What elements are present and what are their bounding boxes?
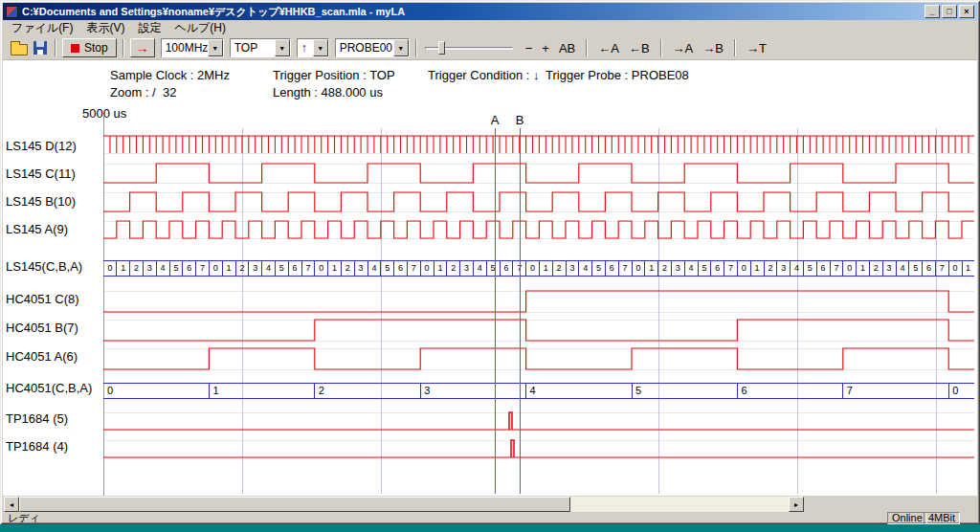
bus-value: 0 — [953, 263, 958, 273]
sample-clock-value: 100MHz — [166, 41, 208, 55]
chevron-down-icon[interactable]: ▼ — [208, 39, 223, 56]
bus-value: 1 — [332, 263, 337, 273]
trigger-position-value: TOP — [234, 41, 275, 55]
window-title: C:¥Documents and Settings¥noname¥デスクトップ¥… — [22, 5, 924, 19]
bus-value: 7 — [412, 263, 416, 273]
bus-value: 7 — [728, 263, 733, 273]
run-button[interactable]: → — [130, 38, 155, 57]
bus-value: 5 — [635, 385, 641, 396]
menu-settings[interactable]: 設定 — [131, 21, 167, 35]
bus-value: 3 — [147, 263, 152, 273]
waveform-canvas[interactable]: 0123456701234567012345670123456701234567… — [103, 115, 974, 496]
bus-value: 4 — [900, 263, 904, 273]
bus-value: 5 — [913, 263, 918, 273]
channel-gridline — [103, 320, 974, 341]
bus-value: 3 — [253, 263, 257, 273]
menu-file[interactable]: ファイル(F) — [5, 21, 79, 35]
sample-clock-info: Sample Clock : 2MHz — [110, 68, 230, 82]
chevron-down-icon[interactable]: ▼ — [275, 39, 290, 56]
app-icon[interactable] — [6, 6, 18, 18]
bus-value: 3 — [359, 263, 364, 273]
bus-value: 3 — [464, 263, 469, 273]
bus-value: 7 — [305, 263, 310, 273]
bus-value: 4 — [530, 385, 536, 396]
bus-value: 4 — [266, 263, 271, 273]
maximize-button[interactable]: □ — [942, 5, 957, 18]
save-icon[interactable] — [33, 41, 47, 55]
ab-span-button[interactable]: AB — [554, 39, 580, 57]
bus-value: 1 — [227, 263, 232, 273]
zoom-in-button[interactable]: + — [537, 39, 554, 57]
bus-value: 2 — [345, 263, 350, 273]
titlebar[interactable]: C:¥Documents and Settings¥noname¥デスクトップ¥… — [3, 3, 977, 20]
close-button[interactable]: × — [959, 5, 974, 18]
bus-value: 6 — [741, 385, 746, 396]
menu-view[interactable]: 表示(V) — [79, 21, 131, 35]
bus-value: 1 — [121, 263, 125, 273]
wave-ls145-c-11 — [103, 164, 974, 183]
wave-ls145-a-9 — [103, 221, 974, 238]
waveform-pane: Sample Clock : 2MHz Trigger Position : T… — [3, 60, 977, 496]
bus-value: 2 — [557, 263, 562, 273]
bus-value: 1 — [860, 263, 865, 273]
goto-trigger-button[interactable]: →T — [742, 39, 771, 57]
probe-select[interactable]: PROBE00 ▼ — [335, 38, 410, 57]
wave-hc4051-a-6 — [103, 348, 974, 369]
bus-value: 4 — [371, 263, 376, 273]
bus-value: 4 — [689, 263, 694, 273]
bus-value: 6 — [187, 263, 191, 273]
trigger-edge-select[interactable]: ↑ ▼ — [297, 38, 329, 57]
wave-tp1684-4-pulse — [511, 440, 514, 457]
toolbar-separator — [122, 39, 124, 56]
bus-value: 4 — [161, 263, 166, 273]
bus-value: 2 — [319, 385, 324, 396]
chevron-down-icon[interactable]: ▼ — [393, 39, 409, 56]
bus-value: 0 — [635, 263, 640, 273]
trigger-position-select[interactable]: TOP ▼ — [230, 38, 291, 57]
bus-value: 0 — [952, 385, 958, 396]
length-info: Length : 488.000 us — [273, 85, 383, 100]
stop-button[interactable]: Stop — [62, 38, 117, 57]
trigger-position-info: Trigger Position : TOP — [273, 68, 395, 82]
trigger-condition-info: Trigger Condition : ↓ — [428, 68, 540, 82]
goto-marker-a-right-button[interactable]: →A — [668, 39, 699, 57]
bus-value: 0 — [847, 263, 852, 273]
bus-value: 0 — [742, 263, 746, 273]
sample-clock-select[interactable]: 100MHz ▼ — [161, 38, 224, 57]
bus-value: 0 — [107, 263, 112, 273]
menu-help[interactable]: ヘルプ(H) — [167, 21, 233, 35]
goto-marker-a-left-button[interactable]: ←A — [593, 39, 624, 57]
scroll-left-button[interactable]: ◂ — [4, 497, 19, 512]
scrollbar-thumb[interactable] — [19, 497, 570, 512]
bus-value: 5 — [385, 263, 390, 273]
toolbar-separator — [660, 39, 662, 56]
slider-thumb[interactable] — [438, 41, 445, 55]
scroll-right-button[interactable]: ▸ — [789, 497, 804, 512]
goto-marker-b-left-button[interactable]: ←B — [624, 39, 655, 57]
channel-label: HC4051 B(7) — [6, 321, 78, 335]
open-file-icon[interactable] — [11, 44, 28, 55]
channel-gridline — [103, 440, 974, 457]
chevron-down-icon[interactable]: ▼ — [313, 39, 328, 56]
bus-value: 2 — [768, 263, 772, 273]
channel-label: LS145 C(11) — [6, 166, 76, 181]
bus-value: 5 — [491, 263, 496, 273]
online-status: Online — [887, 512, 927, 524]
bus-value: 2 — [134, 263, 139, 273]
bus-value: 0 — [213, 263, 218, 273]
bus-value: 4 — [583, 263, 588, 273]
channel-label: TP1684 (5) — [6, 411, 68, 426]
horizontal-scrollbar[interactable]: ◂ ▸ — [4, 497, 804, 512]
channel-label: LS145 B(10) — [6, 194, 76, 209]
minimize-button[interactable]: _ — [924, 5, 940, 18]
trigger-edge-value: ↑ — [301, 41, 313, 55]
channel-label: HC4051(C,B,A) — [6, 381, 92, 395]
bus-value: 2 — [451, 263, 456, 273]
zoom-out-button[interactable]: − — [521, 39, 538, 57]
zoom-slider[interactable] — [425, 39, 513, 56]
goto-marker-b-right-button[interactable]: →B — [698, 39, 728, 57]
bus-value: 3 — [424, 385, 430, 396]
wave-hc4051-c-8 — [103, 291, 974, 312]
bus-value: 1 — [649, 263, 654, 273]
channel-gridline — [103, 383, 974, 398]
